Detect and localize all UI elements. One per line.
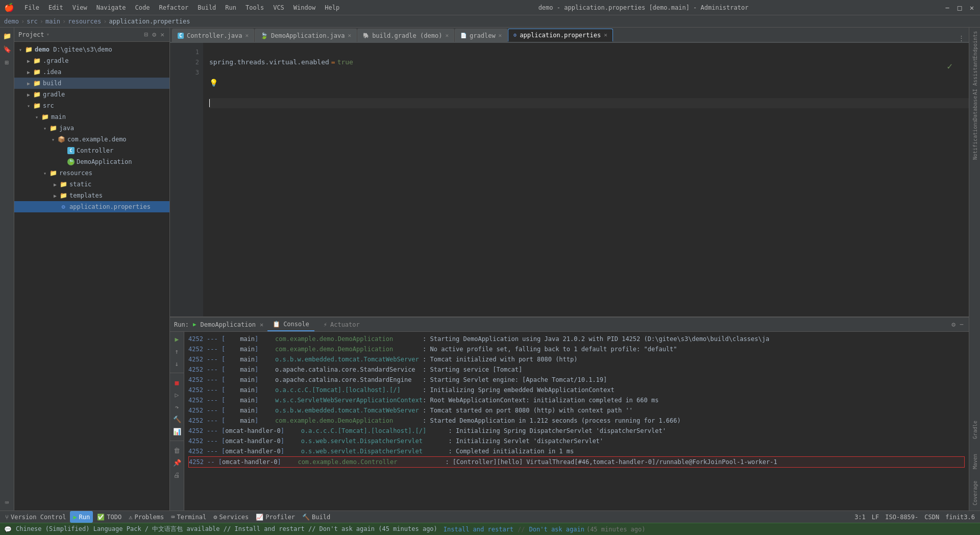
- stop-button[interactable]: ■: [172, 377, 182, 387]
- status-problems[interactable]: ⚠ Problems: [126, 511, 167, 523]
- run-tab-close[interactable]: ✕: [260, 321, 263, 328]
- tree-item-appprops[interactable]: ▶ ⚙ application.properties: [14, 201, 169, 212]
- code-line-1: spring.threads.virtual.enabled=true: [209, 57, 969, 67]
- tab-overflow-icon[interactable]: ⋮: [956, 34, 967, 42]
- tree-item-resources[interactable]: ▾ 📁 resources: [14, 167, 169, 179]
- right-panel-endpoints[interactable]: Endpoints: [970, 30, 979, 60]
- close-button[interactable]: ✕: [968, 4, 976, 12]
- breadcrumb-demo[interactable]: demo: [4, 18, 19, 25]
- run-tab-console[interactable]: 📋 Console: [267, 318, 314, 331]
- run-settings-icon[interactable]: ⚙: [950, 320, 957, 329]
- status-terminal[interactable]: ⌨ Terminal: [168, 511, 209, 523]
- build-button[interactable]: 🔨: [172, 414, 182, 424]
- tab-appprops[interactable]: ⚙ application.properties ✕: [508, 29, 613, 42]
- menu-tools[interactable]: Tools: [241, 3, 268, 12]
- right-panel-database[interactable]: Database: [970, 93, 979, 124]
- hint-bulb-icon[interactable]: 💡: [209, 78, 218, 88]
- run-output[interactable]: 4252 --- [ main] com.example.demo.DemoAp…: [184, 332, 969, 510]
- menu-run[interactable]: Run: [221, 3, 240, 12]
- tab-gradlew-close[interactable]: ✕: [499, 32, 502, 39]
- collapse-all-icon[interactable]: ⊟: [143, 30, 150, 39]
- status-encoding[interactable]: ISO-8859-: [882, 514, 921, 521]
- tab-props-close[interactable]: ✕: [604, 32, 607, 38]
- status-services[interactable]: ⚙ Services: [210, 511, 252, 523]
- bookmarks-button[interactable]: 🔖: [1, 43, 13, 55]
- menu-file[interactable]: File: [20, 3, 43, 12]
- tab-gradlew[interactable]: 📄 gradlew ✕: [455, 29, 507, 42]
- vcs-label: Version Control: [11, 514, 66, 521]
- tree-item-build[interactable]: ▶ 📁 build: [14, 78, 169, 89]
- install-link[interactable]: Install and restart: [444, 526, 513, 533]
- rerun-button[interactable]: ▶: [172, 334, 182, 344]
- tree-item-java[interactable]: ▾ 📁 java: [14, 123, 169, 134]
- tree-item-templates[interactable]: ▶ 📁 templates: [14, 190, 169, 201]
- tree-item-idea[interactable]: ▶ 📁 .idea: [14, 66, 169, 78]
- step-over-button[interactable]: ↷: [172, 402, 182, 412]
- menu-navigate[interactable]: Navigate: [92, 3, 130, 12]
- status-cursor-pos[interactable]: 3:1: [851, 514, 869, 521]
- breadcrumb-main[interactable]: main: [45, 18, 60, 25]
- project-dropdown-icon[interactable]: ▾: [46, 31, 50, 38]
- coverage-button[interactable]: 📊: [172, 426, 182, 436]
- menu-build[interactable]: Build: [193, 3, 220, 12]
- tab-buildgradle[interactable]: 🐘 build.gradle (demo) ✕: [357, 29, 454, 42]
- tab-demo-close[interactable]: ✕: [348, 32, 352, 39]
- status-profiler[interactable]: 📈 Profiler: [253, 511, 298, 523]
- breadcrumb-file[interactable]: application.properties: [109, 18, 190, 25]
- menu-refactor[interactable]: Refactor: [155, 3, 192, 12]
- tree-item-demoapplication[interactable]: ▶ 🍃 DemoApplication: [14, 156, 169, 167]
- menu-help[interactable]: Help: [321, 3, 344, 12]
- tab-controller-icon: C: [178, 33, 184, 39]
- tree-item-package[interactable]: ▾ 📦 com.example.demo: [14, 134, 169, 145]
- tree-item-gradle[interactable]: ▶ 📁 .gradle: [14, 55, 169, 66]
- status-todo[interactable]: ✅ TODO: [94, 511, 125, 523]
- terminal-button[interactable]: ⌨: [1, 496, 13, 508]
- tree-root[interactable]: ▾ 📁 demo D:\gitee\s3\demo: [14, 44, 169, 55]
- menu-view[interactable]: View: [68, 3, 91, 12]
- tree-item-static[interactable]: ▶ 📁 static: [14, 179, 169, 190]
- status-csdn[interactable]: CSDN: [921, 514, 942, 521]
- right-panel-ai-assistant[interactable]: AI Assistant: [970, 61, 979, 92]
- structure-button[interactable]: ⊞: [1, 56, 13, 68]
- close-panel-icon[interactable]: ✕: [159, 30, 165, 39]
- minimize-button[interactable]: −: [943, 4, 951, 12]
- pin-button[interactable]: 📌: [172, 457, 182, 468]
- right-panel-notifications[interactable]: Notifications: [970, 125, 979, 155]
- scroll-up-button[interactable]: ↑: [172, 346, 182, 356]
- editor-code[interactable]: spring.threads.virtual.enabled=true 💡: [203, 43, 969, 317]
- tree-item-src[interactable]: ▾ 📁 src: [14, 100, 169, 111]
- tab-controller[interactable]: C Controller.java ✕: [172, 29, 254, 42]
- title-bar-left: 🍎 File Edit View Navigate Code Refactor …: [4, 3, 344, 12]
- menu-window[interactable]: Window: [289, 3, 320, 12]
- status-version-control[interactable]: ⑂ Version Control: [2, 511, 69, 523]
- breadcrumb-resources[interactable]: resources: [68, 18, 101, 25]
- status-build[interactable]: 🔨 Build: [299, 511, 333, 523]
- tree-item-controller[interactable]: ▶ C Controller: [14, 145, 169, 156]
- breadcrumb-src[interactable]: src: [27, 18, 38, 25]
- settings-icon[interactable]: ⚙: [151, 30, 157, 39]
- right-panel-coverage[interactable]: Coverage: [970, 478, 979, 508]
- menu-code[interactable]: Code: [131, 3, 154, 12]
- clear-button[interactable]: 🗑: [172, 445, 182, 455]
- print-button[interactable]: 🖨: [172, 470, 182, 480]
- right-panel-gradle[interactable]: Gradle: [970, 415, 979, 445]
- right-panel-maven[interactable]: Maven: [970, 446, 979, 477]
- status-line-ending[interactable]: LF: [869, 514, 882, 521]
- gradle-folder-icon: 📁: [33, 57, 41, 65]
- run-tab-actuator[interactable]: ⚡ Actuator: [318, 318, 365, 331]
- tab-demoapplication[interactable]: 🍃 DemoApplication.java ✕: [255, 29, 357, 42]
- run-minimize-icon[interactable]: −: [959, 320, 965, 329]
- menu-edit[interactable]: Edit: [44, 3, 67, 12]
- status-run[interactable]: ▶ Run: [70, 511, 93, 523]
- tree-item-gradle-root[interactable]: ▶ 📁 gradle: [14, 89, 169, 100]
- tree-item-main[interactable]: ▾ 📁 main: [14, 111, 169, 123]
- resume-button[interactable]: ▷: [172, 390, 182, 400]
- maximize-button[interactable]: □: [955, 4, 964, 12]
- project-view-button[interactable]: 📁: [1, 30, 13, 42]
- scroll-down-button[interactable]: ↓: [172, 358, 182, 369]
- dont-ask-link[interactable]: Don't ask again: [529, 526, 584, 533]
- tab-gradle-close[interactable]: ✕: [445, 32, 449, 39]
- tab-controller-close[interactable]: ✕: [245, 32, 249, 39]
- menu-vcs[interactable]: VCS: [269, 3, 288, 12]
- status-finit[interactable]: finit3.6: [942, 514, 978, 521]
